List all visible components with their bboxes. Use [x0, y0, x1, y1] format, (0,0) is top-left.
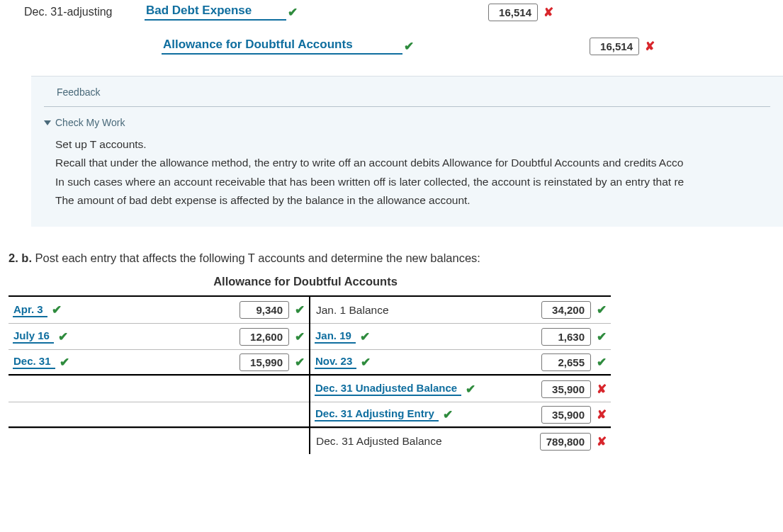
x-icon: ✘	[597, 434, 607, 449]
t-account-debit-side: Apr. 3✔ 9,340✔ July 16✔ 12,600✔ Dec. 31✔…	[9, 297, 310, 454]
t-amount-input[interactable]: 2,655	[541, 353, 591, 371]
x-icon: ✘	[645, 39, 655, 54]
t-date-field[interactable]: Apr. 3	[13, 303, 47, 317]
t-amount-input[interactable]: 35,900	[541, 406, 591, 424]
t-amount-input[interactable]: 15,990	[240, 353, 289, 371]
check-icon: ✔	[597, 329, 607, 344]
t-row: July 16✔ 12,600✔	[9, 323, 309, 349]
t-row: Dec. 31 Unadjusted Balance✔ 35,900✘	[310, 375, 611, 402]
t-row: Dec. 31 Adjusting Entry✔ 35,900✘	[310, 402, 611, 428]
t-amount-input[interactable]: 789,800	[540, 433, 591, 451]
t-label-static: Jan. 1 Balance	[315, 304, 389, 317]
t-row: Apr. 3✔ 9,340✔	[9, 297, 309, 323]
t-row: Nov. 23✔ 2,655✔	[310, 349, 611, 375]
t-row: Dec. 31✔ 15,990✔	[9, 349, 309, 375]
check-icon: ✔	[443, 407, 453, 422]
check-icon: ✔	[361, 355, 371, 370]
check-icon: ✔	[295, 329, 305, 344]
question-prompt: 2. b. Post each entry that affects the f…	[9, 251, 783, 265]
check-icon: ✔	[295, 302, 305, 317]
check-icon: ✔	[288, 5, 298, 20]
t-account-title: Allowance for Doubtful Accounts	[0, 269, 611, 295]
check-icon: ✔	[52, 302, 62, 317]
t-row: Jan. 1 Balance 34,200✔	[310, 297, 611, 323]
question-number: 2. b.	[9, 251, 32, 264]
feedback-panel: Feedback Check My Work Set up T accounts…	[31, 76, 783, 227]
feedback-line: The amount of bad debt expense is affect…	[55, 191, 782, 210]
t-row-empty	[9, 428, 309, 454]
debit-account-field[interactable]: Bad Debt Expense ✔	[145, 1, 298, 23]
t-label-field[interactable]: Dec. 31 Unadjusted Balance	[315, 382, 461, 396]
check-icon: ✔	[597, 302, 607, 317]
feedback-body: Set up T accounts. Recall that under the…	[31, 132, 783, 210]
feedback-line: In such cases where an account receivabl…	[55, 173, 782, 191]
check-icon: ✔	[466, 382, 475, 397]
debit-amount-input[interactable]: 16,514	[488, 4, 538, 21]
t-date-field[interactable]: Jan. 19	[315, 329, 356, 344]
feedback-line: Set up T accounts.	[55, 135, 782, 154]
credit-account-field[interactable]: Allowance for Doubtful Accounts ✔	[162, 35, 414, 57]
check-my-work-toggle[interactable]: Check My Work	[31, 107, 783, 132]
t-row: Jan. 19✔ 1,630✔	[310, 323, 611, 349]
x-icon: ✘	[597, 407, 607, 422]
caret-down-icon	[44, 120, 51, 125]
t-amount-input[interactable]: 9,340	[240, 301, 289, 319]
t-row-empty	[9, 402, 309, 428]
credit-amount-input[interactable]: 16,514	[590, 38, 639, 55]
t-amount-input[interactable]: 12,600	[240, 328, 289, 346]
credit-account-text: Allowance for Doubtful Accounts	[162, 38, 402, 55]
t-label-static: Dec. 31 Adjusted Balance	[315, 435, 442, 448]
t-amount-input[interactable]: 1,630	[541, 328, 591, 346]
t-account: Apr. 3✔ 9,340✔ July 16✔ 12,600✔ Dec. 31✔…	[9, 295, 611, 454]
t-amount-input[interactable]: 35,900	[541, 380, 591, 398]
check-icon: ✔	[404, 39, 414, 54]
check-icon: ✔	[597, 355, 607, 370]
x-icon: ✘	[543, 5, 553, 20]
check-icon: ✔	[295, 355, 305, 370]
journal-date: Dec. 31-adjusting	[24, 6, 145, 18]
check-icon: ✔	[60, 355, 69, 370]
check-icon: ✔	[360, 329, 370, 344]
question-text: Post each entry that affects the followi…	[32, 251, 480, 264]
check-icon: ✔	[58, 329, 68, 344]
t-label-field[interactable]: Dec. 31 Adjusting Entry	[315, 407, 439, 421]
t-row: Dec. 31 Adjusted Balance 789,800✘	[310, 428, 611, 454]
feedback-line: Recall that under the allowance method, …	[55, 154, 782, 172]
t-amount-input[interactable]: 34,200	[541, 301, 591, 319]
x-icon: ✘	[597, 382, 607, 397]
t-date-field[interactable]: Dec. 31	[13, 355, 55, 369]
feedback-title: Feedback	[44, 77, 770, 107]
t-account-credit-side: Jan. 1 Balance 34,200✔ Jan. 19✔ 1,630✔ N…	[310, 297, 611, 454]
t-row-empty	[9, 375, 309, 402]
debit-account-text: Bad Debt Expense	[145, 4, 286, 21]
t-date-field[interactable]: Nov. 23	[315, 355, 356, 369]
t-date-field[interactable]: July 16	[13, 329, 54, 344]
check-my-work-label: Check My Work	[55, 117, 125, 128]
